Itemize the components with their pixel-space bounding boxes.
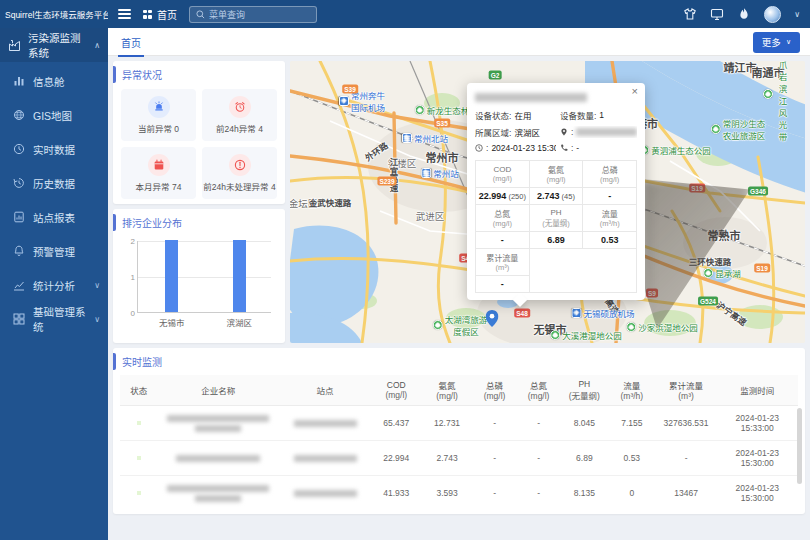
sidebar-section-pollution-monitoring[interactable]: 污染源监测系统 ∧ bbox=[0, 28, 108, 62]
clock-icon bbox=[13, 143, 25, 155]
system-icon bbox=[13, 313, 25, 325]
metric-header: COD(mg/l) bbox=[476, 161, 530, 188]
hamburger-menu-icon[interactable] bbox=[118, 9, 131, 19]
metric-header: 总氮(mg/l) bbox=[476, 205, 530, 232]
tab-home[interactable]: 首页 bbox=[118, 28, 144, 57]
column-unit: (mg/l) bbox=[373, 390, 420, 400]
metric-value: 0.53 bbox=[583, 232, 637, 249]
metric-header: PH(无量纲) bbox=[529, 205, 583, 232]
value-cell: - bbox=[517, 476, 561, 511]
metric-value: 6.89 bbox=[529, 232, 583, 249]
sidebar-item-stats[interactable]: 统计分析∨ bbox=[0, 268, 108, 302]
station-name-redacted bbox=[281, 490, 369, 497]
table-scrollbar[interactable] bbox=[797, 408, 802, 484]
sidebar-item-dashboard[interactable]: 信息舱 bbox=[0, 64, 108, 98]
globe-icon bbox=[13, 109, 25, 121]
station-info-popup: × 设备状态:在用 设备数量:1 所属区域:滨湖区 : : bbox=[467, 83, 645, 300]
value-cell: 327636.531 bbox=[656, 406, 717, 441]
company-name-redacted bbox=[159, 415, 277, 432]
value-cell: 12.731 bbox=[422, 406, 473, 441]
column-header: 总氮(mg/l) bbox=[517, 375, 561, 406]
metric-limit: (250) bbox=[506, 192, 526, 201]
sidebar-item-globe[interactable]: GIS地图 bbox=[0, 98, 108, 132]
sidebar-item-label: 预警管理 bbox=[33, 244, 75, 259]
column-header: 总磷(mg/l) bbox=[473, 375, 517, 406]
station-cell bbox=[279, 476, 371, 511]
more-button[interactable]: 更多 ∨ bbox=[753, 32, 800, 53]
siren-icon bbox=[148, 96, 170, 118]
clock-icon bbox=[475, 144, 483, 152]
metric-number: 6.89 bbox=[547, 235, 565, 245]
tabbar: 首页 更多 ∨ bbox=[108, 28, 810, 56]
topbar-home-link[interactable]: 首页 bbox=[143, 7, 177, 22]
column-name: 氨氮 bbox=[439, 381, 456, 391]
column-name: 总氮 bbox=[530, 381, 547, 391]
value-cell: 3.593 bbox=[422, 476, 473, 511]
status-card[interactable]: 前24h未处理异常 4 bbox=[202, 147, 277, 199]
chevron-down-icon: ∨ bbox=[94, 281, 100, 290]
user-avatar[interactable] bbox=[764, 6, 781, 23]
status-cell bbox=[120, 406, 157, 441]
realtime-monitoring-title: 实时监测 bbox=[113, 348, 805, 374]
company-name-redacted bbox=[159, 455, 277, 462]
sidebar-item-clock[interactable]: 实时数据 bbox=[0, 132, 108, 166]
popup-close-icon[interactable]: × bbox=[632, 86, 638, 97]
alarm-clock-icon bbox=[229, 96, 251, 118]
company-name-cell bbox=[157, 406, 279, 441]
status-card[interactable]: 当前异常 0 bbox=[121, 89, 196, 141]
status-card[interactable]: 本月异常 74 bbox=[121, 147, 196, 199]
value-cell: 2024-01-23 15:33:00 bbox=[717, 406, 798, 441]
metric-number: 22.994 bbox=[479, 191, 507, 201]
company-name-redacted bbox=[159, 485, 277, 502]
metric-value: - bbox=[583, 188, 637, 205]
chart-ytick-label: 1 bbox=[131, 273, 135, 282]
value-cell: 2024-01-23 15:30:00 bbox=[717, 476, 798, 511]
sidebar-item-label: 历史数据 bbox=[33, 176, 75, 191]
table-row[interactable]: 41.9333.593--8.1350134672024-01-23 15:30… bbox=[120, 476, 798, 511]
sidebar-item-bell[interactable]: 预警管理 bbox=[0, 234, 108, 268]
value-cell: - bbox=[473, 441, 517, 476]
value-cell: 2024-01-23 15:30:00 bbox=[717, 441, 798, 476]
chart-ytick-label: 0 bbox=[131, 309, 135, 318]
user-menu-caret-icon[interactable]: ∨ bbox=[794, 10, 800, 19]
sidebar-item-label: 基础管理系统 bbox=[33, 304, 86, 334]
sidebar-item-label: 实时数据 bbox=[33, 142, 75, 157]
column-unit: (m³) bbox=[658, 391, 715, 401]
sidebar-item-report[interactable]: 站点报表 bbox=[0, 200, 108, 234]
dashboard-icon bbox=[13, 75, 25, 87]
value-cell: 6.89 bbox=[561, 441, 608, 476]
menu-search-input[interactable]: 菜单查询 bbox=[189, 6, 317, 23]
phone-value: - bbox=[576, 143, 579, 153]
main-area: 首页 菜单查询 ∨ 首页 bbox=[108, 0, 810, 540]
content: 异常状况 当前异常 0前24h异常 4本月异常 74前24h未处理异常 4 排污… bbox=[108, 56, 810, 540]
value-cell: - bbox=[656, 441, 717, 476]
value-cell: 65.437 bbox=[371, 406, 422, 441]
metric-header: 累计流量(m³) bbox=[476, 249, 530, 276]
device-status-label: 设备状态: bbox=[475, 109, 511, 121]
empty-cell bbox=[529, 249, 636, 293]
metric-limit: (45) bbox=[560, 192, 575, 201]
record-time: 2024-01-23 15:30:00 bbox=[491, 143, 556, 153]
column-header: COD(mg/l) bbox=[371, 375, 422, 406]
factory-icon bbox=[8, 39, 21, 52]
table-row[interactable]: 65.43712.731--8.0457.155327636.5312024-0… bbox=[120, 406, 798, 441]
colon: : bbox=[486, 143, 488, 153]
sidebar-item-history[interactable]: 历史数据 bbox=[0, 166, 108, 200]
flame-icon[interactable] bbox=[737, 7, 751, 21]
column-name: 总磷 bbox=[486, 381, 503, 391]
value-cell: 7.155 bbox=[608, 406, 655, 441]
theme-skin-icon[interactable] bbox=[683, 7, 697, 21]
value-cell: 41.933 bbox=[371, 476, 422, 511]
status-card[interactable]: 前24h异常 4 bbox=[202, 89, 277, 141]
metric-header: 总磷(mg/l) bbox=[583, 161, 637, 188]
sidebar-item-label: 信息舱 bbox=[33, 74, 65, 89]
sidebar-item-system[interactable]: 基础管理系统∨ bbox=[0, 302, 108, 336]
station-marker-pin[interactable] bbox=[486, 310, 499, 329]
gis-map[interactable]: 靖江市南通市港市常州市常熟市无锡市钟楼区金坛区武进区滨湖区金武快速路三环快速路外… bbox=[290, 61, 805, 343]
column-name: 流量 bbox=[623, 381, 640, 391]
status-cell bbox=[120, 441, 157, 476]
value-cell: 22.994 bbox=[371, 441, 422, 476]
table-row[interactable]: 22.9942.743--6.890.53-2024-01-23 15:30:0… bbox=[120, 441, 798, 476]
layout-screen-icon[interactable] bbox=[710, 7, 724, 21]
value-cell: 8.135 bbox=[561, 476, 608, 511]
